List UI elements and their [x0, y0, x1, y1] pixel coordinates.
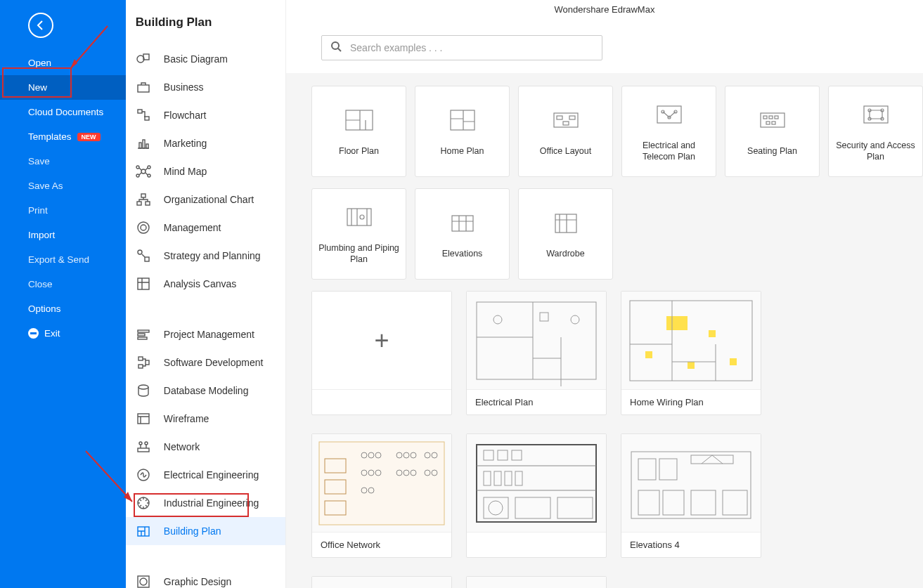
software-icon: [136, 355, 151, 370]
template-card-electrical-and-telecom-plan[interactable]: Electrical and Telecom Plan: [621, 86, 716, 177]
category-item-strategy-and-planning[interactable]: Strategy and Planning: [126, 242, 285, 270]
template-card-elevations[interactable]: Elevations: [415, 188, 510, 280]
category-item-building-plan[interactable]: Building Plan: [126, 517, 285, 545]
category-item-network[interactable]: Network: [126, 433, 285, 461]
category-item-label: Basic Diagram: [164, 53, 228, 65]
example-card-office-network[interactable]: Office Network: [311, 433, 452, 558]
category-item-flowchart[interactable]: Flowchart: [126, 101, 285, 129]
category-item-management[interactable]: Management: [126, 214, 285, 242]
svg-rect-114: [659, 459, 677, 480]
svg-rect-4: [138, 85, 149, 92]
template-card-wardrobe[interactable]: Wardrobe: [518, 188, 613, 280]
menu-item-templates[interactable]: TemplatesNEW: [0, 124, 126, 149]
menu-item-new[interactable]: New: [0, 75, 126, 100]
example-thumb: [621, 434, 761, 533]
category-item-graphic-design[interactable]: Graphic Design: [126, 568, 285, 588]
svg-rect-31: [138, 448, 149, 452]
electrical-icon: [136, 467, 151, 483]
menu-item-close[interactable]: Close: [0, 272, 126, 296]
exit-icon: [28, 328, 39, 339]
example-card-home-wiring-plan[interactable]: Home Wiring Plan: [621, 291, 761, 415]
template-card-home-plan[interactable]: Home Plan: [415, 86, 510, 177]
app-title: Wondershare EdrawMax: [286, 0, 923, 28]
template-card-office-layout[interactable]: Office Layout: [518, 86, 613, 177]
category-item-label: Mind Map: [164, 166, 207, 177]
category-item-analysis-canvas[interactable]: Analysis Canvas: [126, 270, 285, 298]
menu-item-export-send[interactable]: Export & Send: [0, 247, 126, 272]
template-card-seating-plan[interactable]: Seating Plan: [725, 86, 820, 177]
svg-rect-25: [138, 337, 147, 339]
svg-point-19: [138, 222, 149, 233]
svg-rect-27: [138, 365, 143, 368]
svg-rect-58: [772, 122, 775, 124]
menu-item-exit[interactable]: Exit: [0, 321, 126, 346]
template-card-plumbing-and-piping-plan[interactable]: Plumbing and Piping Plan: [311, 188, 406, 280]
content-area: Floor PlanHome PlanOffice LayoutElectric…: [286, 73, 923, 588]
template-card-floor-plan[interactable]: Floor Plan: [311, 86, 406, 177]
example-card-elevations-4[interactable]: Elevations 4: [621, 433, 761, 558]
category-item-basic-diagram[interactable]: Basic Diagram: [126, 45, 285, 73]
shapes-icon: [136, 51, 151, 67]
category-item-industrial-engineering[interactable]: Industrial Engineering: [126, 489, 285, 517]
menu-item-print[interactable]: Print: [0, 198, 126, 223]
category-item-label: Electrical Engineering: [164, 469, 259, 481]
svg-rect-7: [139, 143, 141, 148]
category-item-electrical-engineering[interactable]: Electrical Engineering: [126, 461, 285, 489]
category-item-marketing[interactable]: Marketing: [126, 129, 285, 157]
search-box[interactable]: [321, 35, 602, 60]
example-label: Home Wiring Plan: [621, 390, 761, 414]
back-button[interactable]: [28, 13, 53, 38]
example-card-elevations-5[interactable]: Elevations 5: [311, 576, 452, 588]
category-item-wireframe[interactable]: Wireframe: [126, 405, 285, 433]
category-item-database-modeling[interactable]: Database Modeling: [126, 377, 285, 405]
search-input[interactable]: [350, 42, 593, 53]
svg-point-32: [139, 442, 142, 445]
category-item-mind-map[interactable]: Mind Map: [126, 157, 285, 185]
template-card-security-and-access-plan[interactable]: Security and Access Plan: [828, 86, 923, 177]
menu-item-label: Import: [28, 230, 55, 240]
svg-rect-118: [691, 490, 716, 515]
svg-rect-44: [451, 110, 475, 130]
building-icon: [136, 523, 151, 539]
svg-rect-105: [494, 471, 501, 485]
svg-rect-75: [645, 351, 652, 358]
menu-item-import[interactable]: Import: [0, 223, 126, 247]
example-card-electrical-plan[interactable]: Electrical Plan: [466, 291, 607, 415]
svg-rect-66: [452, 216, 473, 231]
search-icon: [330, 41, 342, 55]
category-item-software-development[interactable]: Software Development: [126, 348, 285, 377]
svg-rect-78: [319, 442, 444, 525]
category-item-label: Marketing: [164, 138, 207, 149]
menu-item-options[interactable]: Options: [0, 296, 126, 321]
svg-point-38: [140, 578, 147, 585]
svg-rect-21: [145, 257, 149, 261]
category-item-organizational-chart[interactable]: Organizational Chart: [126, 185, 285, 214]
gear-icon: [136, 220, 151, 235]
svg-rect-111: [557, 497, 593, 518]
template-icon: [756, 106, 789, 134]
example-card-item-4[interactable]: [466, 433, 607, 558]
category-item-label: Management: [164, 222, 221, 233]
menu-item-cloud-documents[interactable]: Cloud Documents: [0, 100, 126, 124]
svg-rect-55: [769, 116, 773, 119]
example-card-elevations-6[interactable]: Elevations 6: [466, 576, 607, 588]
svg-rect-8: [143, 140, 145, 148]
category-panel: Building Plan Basic DiagramBusinessFlowc…: [126, 0, 286, 588]
svg-point-70: [493, 315, 502, 324]
category-item-project-management[interactable]: Project Management: [126, 320, 285, 348]
menu-item-save[interactable]: Save: [0, 149, 126, 174]
main-area: Wondershare EdrawMax Floor PlanHome Plan…: [286, 0, 923, 588]
svg-point-13: [136, 174, 139, 177]
svg-point-12: [148, 166, 150, 169]
menu-item-label: Print: [28, 205, 48, 216]
example-card-blank[interactable]: +: [311, 291, 452, 415]
example-thumb: [312, 577, 451, 588]
svg-rect-110: [515, 497, 550, 518]
menu-item-label: Open: [28, 58, 51, 68]
menu-item-open[interactable]: Open: [0, 51, 126, 75]
new-badge: NEW: [77, 133, 101, 141]
svg-point-20: [138, 250, 142, 254]
category-item-business[interactable]: Business: [126, 73, 285, 101]
menu-item-save-as[interactable]: Save As: [0, 174, 126, 198]
svg-rect-48: [563, 122, 569, 125]
